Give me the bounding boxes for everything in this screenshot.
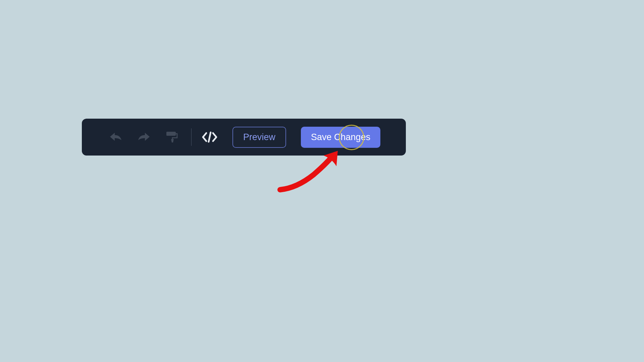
save-changes-button[interactable]: Save Changes: [301, 127, 380, 148]
preview-button[interactable]: Preview: [232, 127, 286, 148]
svg-rect-0: [166, 132, 176, 136]
paint-format-button[interactable]: [165, 130, 178, 144]
toolbar-divider: [191, 128, 192, 146]
save-button-label: Save Changes: [311, 132, 370, 142]
editor-toolbar: Preview Save Changes: [82, 119, 406, 156]
preview-button-label: Preview: [243, 132, 275, 142]
undo-button[interactable]: [109, 131, 123, 143]
arrow-annotation: [277, 149, 344, 198]
code-view-button[interactable]: [202, 131, 218, 143]
paint-format-icon: [165, 130, 178, 144]
toolbar-icon-group: [109, 130, 178, 144]
undo-icon: [109, 131, 123, 143]
redo-button[interactable]: [137, 131, 151, 143]
redo-icon: [137, 131, 151, 143]
code-icon: [202, 131, 218, 143]
